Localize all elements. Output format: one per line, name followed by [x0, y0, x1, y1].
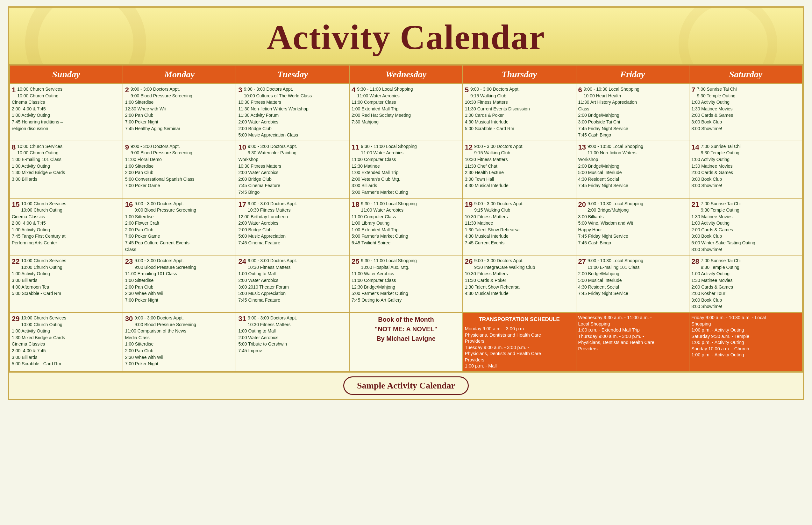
event-line: 9:00 - 3:00 Doctors Appt. [125, 144, 234, 150]
event-line: 10:00 Church Services [12, 258, 121, 264]
transport-line: Saturday 9:30 a.m. - Temple [691, 333, 800, 340]
event-line: 9:00 - 3:00 Doctors Appt. [238, 201, 347, 207]
event-line: 9:00 - 3:00 Doctors Appt. [238, 315, 347, 321]
event-line: 10:30 Fitness Matters [465, 99, 574, 106]
calendar-cell: 287:00 Sunrise Tai Chi9:30 Temple Outing… [689, 255, 802, 313]
transport-line: Sunday 10:00 a.m. - Church [691, 346, 800, 352]
event-line: 9:00 - 3:00 Doctors Appt. [238, 258, 347, 264]
event-line: 1:00 Activity Outing [691, 220, 800, 227]
event-line: 5:00 Conversational Spanish Class [125, 176, 234, 183]
transport-line: Providers [578, 346, 687, 352]
day-events: 9:00 - 3:00 Doctors Appt.10:30 Fitness M… [238, 258, 347, 303]
event-line: 11:30 Matinee [465, 220, 574, 227]
event-line: 9:00 - 3:00 Doctors Appt. [125, 258, 234, 264]
transport-line: Local Shopping [578, 321, 687, 327]
event-line: 2:00 Veteran's Club Mtg. [351, 176, 461, 183]
day-number: 30 [125, 314, 133, 324]
event-line: 1:00 Activity Outing [12, 271, 121, 277]
day-number: 23 [125, 257, 133, 266]
calendar-cell: 2210:00 Church Services10:00 Church Outi… [10, 255, 123, 313]
event-line: 2:00 Water Aerobics [238, 335, 347, 341]
event-line: Workshop [578, 156, 687, 163]
day-events: 9:30 - 11:00 Local Shopping11:00 Water A… [351, 86, 461, 125]
event-line: 10:00 Church Services [12, 144, 121, 150]
event-line: 1:30 Matinee Movies [691, 106, 800, 112]
event-line: 4:30 Musical Interlude [465, 290, 574, 297]
event-line: 1:30 Mixed Bridge & Cards [12, 335, 121, 341]
event-line: 3:00 Poolside Tai Chi [578, 119, 687, 125]
transport-line: Physicians, Dentists and Health Care [465, 332, 574, 339]
event-line: 9:30 Temple Outing [691, 207, 800, 213]
event-line: 1:00 Sitterdise [125, 341, 234, 347]
event-line: 9:15 Walking Club [465, 93, 574, 99]
event-line: 2:00 Bridge Club [238, 227, 347, 233]
event-line: 1:00 Library Outing [351, 220, 461, 227]
event-line: 7:45 Cinema Feature [238, 297, 347, 303]
event-line: 1:00 Activity Outing [12, 112, 121, 119]
day-number: 11 [351, 142, 359, 152]
event-line: 1:30 Talent Show Rehearsal [465, 284, 574, 290]
day-number: 28 [691, 257, 699, 266]
event-line: Workshop [238, 156, 347, 163]
calendar-cell: 29:00 - 3:00 Doctors Appt.9:00 Blood Pre… [123, 84, 236, 141]
event-line: 7:45 Honoring traditions – [12, 119, 121, 125]
event-line: 1:30 Matinee Movies [691, 163, 800, 169]
day-events: 9:00 - 3:00 Doctors Appt.9:00 Blood Pres… [125, 201, 234, 253]
day-events: 10:00 Church Services10:00 Church Outing… [12, 258, 121, 297]
calendar-cell: 209:00 - 10:30 Local Shopping2:00 Bridge… [576, 198, 690, 255]
event-line: 3:00 Town Hall [465, 176, 574, 183]
event-line: 1:30 Matinee Movies [691, 278, 800, 284]
event-line: 9:00 Blood Pressure Screening [125, 322, 234, 328]
day-events: 9:30 - 11:00 Local Shopping11:00 Water A… [351, 201, 461, 246]
event-line: Class [125, 246, 234, 253]
day-number: 12 [465, 142, 473, 152]
event-line: 10:00 Church Outing [12, 207, 121, 213]
event-line: 11:00 Water Aerobics [351, 150, 461, 156]
event-line: 9:00 Blood Pressure Screening [125, 207, 234, 213]
event-line: 9:30 Temple Outing [691, 93, 800, 99]
header-sunday: Sunday [10, 65, 123, 84]
event-line: 10:00 Church Services [12, 201, 121, 207]
day-number: 10 [238, 142, 246, 152]
event-line: 10:00 Church Outing [12, 265, 121, 271]
event-line: 2:00 Bridge/Mahjong [578, 271, 687, 277]
event-line: 4:30 Resident Social [578, 284, 687, 290]
event-line: 11:30 Chef Chat [465, 163, 574, 169]
event-line: 1:00 Activity Outing [12, 328, 121, 334]
header-tuesday: Tuesday [236, 65, 349, 84]
event-line: 9:00 - 10:30 Local Shopping [578, 201, 687, 207]
event-line: 9:15 Walking Club [465, 207, 574, 213]
day-number: 20 [578, 200, 586, 209]
calendar-cell: 139:00 - 10:30 Local Shopping11:00 Non-f… [576, 141, 690, 198]
header-monday: Monday [123, 65, 236, 84]
event-line: 10:30 Fitness Matters [465, 214, 574, 220]
calendar-cell: 77:00 Sunrise Tai Chi9:30 Temple Outing1… [689, 84, 802, 141]
event-line: 11:30 Cards & Poker [465, 278, 574, 284]
event-line: 3:00 Billiards [12, 355, 121, 361]
day-number: 1 [12, 85, 16, 95]
event-line: 4:30 Musical Interlude [465, 183, 574, 189]
event-line: 2:00, 4:00 & 7:45 [12, 106, 121, 112]
transport-line: Friday 9:00 a.m. - 10:30 a.m. - Local [691, 315, 800, 321]
event-line: 8:00 Showtime! [691, 183, 800, 189]
event-line: 11:00 E-mailing 101 Class [578, 265, 687, 271]
event-line: 2:30 Whee with Wii [125, 355, 234, 361]
event-line: 2:00 Bridge/Mahjong [578, 163, 687, 169]
transport-line: Thursday 9:00 a.m. - 3:00 p.m. - [578, 333, 687, 340]
event-line: 2:00 Bridge Club [238, 126, 347, 132]
event-line: Class [578, 106, 687, 112]
event-line: 2:00 Bridge/Mahjong [578, 207, 687, 213]
event-line: 9:30 Temple Outing [691, 265, 800, 271]
event-line: 3:00 Billiards [12, 176, 121, 183]
event-line: 10:00 Church Outing [12, 93, 121, 99]
event-line: 11:00 Comparison of the News [125, 328, 234, 334]
day-events: 9:00 - 3:00 Doctors Appt.10:00 Cultures … [238, 86, 347, 138]
event-line: 7:45 Improv [238, 348, 347, 354]
calendar-cell: 239:00 - 3:00 Doctors Appt.9:00 Blood Pr… [123, 255, 236, 313]
transport-fri-cell: Wednesday 9:30 a.m. - 11:00 a.m. -Local … [576, 313, 690, 372]
calendar-cell: 1510:00 Church Services10:00 Church Outi… [10, 198, 123, 255]
event-line: 11:00 Floral Demo [125, 156, 234, 163]
event-line: 7:00 Sunrise Tai Chi [691, 201, 800, 207]
day-events: 9:00 - 10:30 Local Shopping11:00 Non-fic… [578, 144, 687, 189]
day-number: 24 [238, 257, 246, 266]
